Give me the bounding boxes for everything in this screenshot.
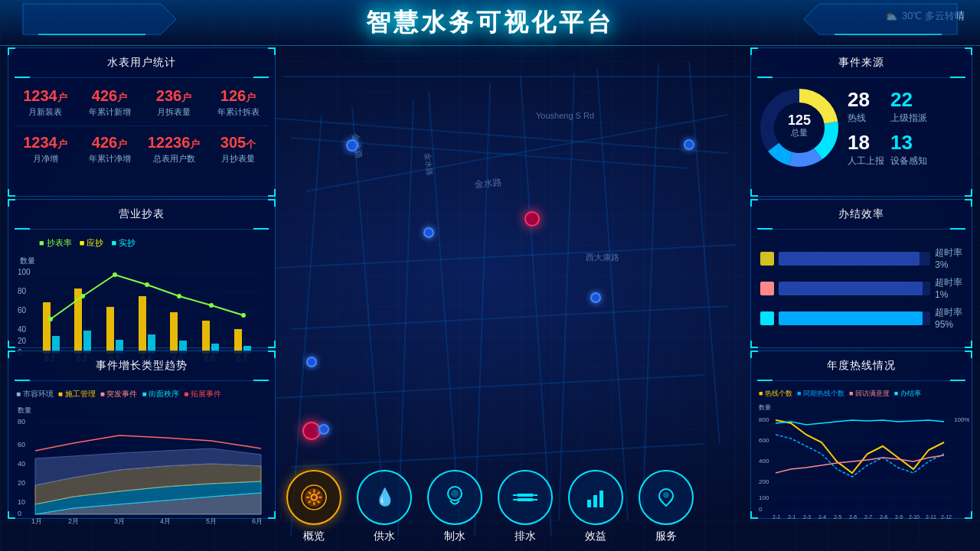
event-trend-panel: 事件增长类型趋势 ■ 市容环境 ■ 施工管理 ■ 突发事件 ■ 街面秩序 ■ 拓… xyxy=(8,350,276,519)
bar-track-1 xyxy=(779,252,930,266)
svg-text:2-3: 2-3 xyxy=(803,514,811,520)
svg-text:20: 20 xyxy=(18,479,25,487)
svg-text:数量: 数量 xyxy=(20,256,35,265)
page-title: 智慧水务可视化平台 xyxy=(366,6,614,40)
meter-value-0: 1234户 xyxy=(16,87,74,105)
svg-point-58 xyxy=(177,294,181,298)
svg-text:100: 100 xyxy=(18,268,31,276)
svg-text:2-8: 2-8 xyxy=(880,514,887,520)
svg-rect-42 xyxy=(106,307,114,354)
bar-row-2: 超时率1% xyxy=(760,276,962,300)
business-chart-area: ■ 抄表率 ■ 应抄 ■ 实抄 数量 100 80 60 40 20 0 xyxy=(15,234,269,369)
svg-text:6月: 6月 xyxy=(252,517,263,525)
legend-jiemian: ■ 街面秩序 xyxy=(142,389,179,399)
svg-marker-25 xyxy=(804,4,957,34)
svg-text:2月: 2月 xyxy=(68,517,79,525)
svg-point-60 xyxy=(241,313,246,318)
svg-point-129 xyxy=(451,490,459,497)
svg-text:1月: 1月 xyxy=(31,517,42,525)
meter-cell-6: 12236户 总表用户数 xyxy=(143,132,204,166)
svg-rect-132 xyxy=(587,500,591,507)
business-panel: 营业抄表 ■ 抄表率 ■ 应抄 ■ 实抄 数量 100 80 60 40 20 … xyxy=(8,199,276,348)
legend-shichao: ■ 实抄 xyxy=(111,237,136,249)
svg-rect-134 xyxy=(599,491,603,507)
svg-text:2-11: 2-11 xyxy=(926,514,936,520)
hotline-chart-area: ■ 热线个数 ■ 同期热线个数 ■ 回访满意度 ■ 办结率 数量 800 600… xyxy=(757,386,965,540)
meter-label-2: 月拆表量 xyxy=(145,106,203,118)
meter-value-5: 426户 xyxy=(80,134,139,152)
svg-text:4月: 4月 xyxy=(160,517,171,525)
benefit-icon xyxy=(581,483,610,512)
svg-text:总量: 总量 xyxy=(790,128,808,137)
svg-text:💧: 💧 xyxy=(374,487,396,507)
office-efficiency-panel: 办结效率 超时率3% 超时率1% 超时率95% xyxy=(750,199,972,348)
legend-shigong: ■ 施工管理 xyxy=(58,389,96,399)
legend-completion: ■ 办结率 xyxy=(894,389,921,399)
meter-label-4: 月净增 xyxy=(16,153,74,165)
meter-label-0: 月新装表 xyxy=(16,106,74,118)
svg-rect-131 xyxy=(517,498,534,501)
header-deco-left xyxy=(23,4,176,42)
event-trend-title: 事件增长类型趋势 xyxy=(96,357,188,377)
drain-icon xyxy=(511,483,540,512)
meter-cell-3: 126户 年累计拆表 xyxy=(207,86,269,119)
bar-label-2: 超时率1% xyxy=(935,276,962,300)
nav-item-overview[interactable]: 🔆 概览 xyxy=(286,470,341,543)
meter-value-2: 236户 xyxy=(145,87,203,105)
nav-item-supply[interactable]: 💧 供水 xyxy=(357,470,412,543)
bar-track-3 xyxy=(779,311,930,325)
nav-item-treat[interactable]: 制水 xyxy=(427,470,482,543)
svg-text:2-7: 2-7 xyxy=(864,514,872,520)
svg-text:40: 40 xyxy=(18,325,27,334)
svg-text:60: 60 xyxy=(18,441,25,448)
nav-label-service: 服务 xyxy=(655,530,677,543)
svg-marker-23 xyxy=(23,4,176,34)
map-dot-8 xyxy=(318,424,329,435)
nav-item-drain[interactable]: 排水 xyxy=(498,470,553,543)
water-meter-grid-2: 1234户 月净增 426户 年累计净增 12236户 总表用户数 305个 月… xyxy=(15,129,269,169)
meter-cell-5: 426户 年累计净增 xyxy=(79,132,140,166)
event-trend-title-bar: 事件增长类型趋势 xyxy=(15,357,269,381)
donut-svg: 125 总量 xyxy=(757,86,841,170)
overview-icon: 🔆 xyxy=(299,483,328,512)
nav-label-treat: 制水 xyxy=(444,530,466,543)
stat-superior-label: 上级指派 xyxy=(890,112,927,125)
nav-circle-overview: 🔆 xyxy=(286,470,341,525)
svg-rect-130 xyxy=(517,494,534,497)
nav-label-overview: 概览 xyxy=(303,530,325,543)
meter-value-4: 1234户 xyxy=(16,134,74,152)
stat-hotline-value: 28 xyxy=(848,88,884,112)
nav-item-service[interactable]: 服务 xyxy=(639,470,694,543)
meter-value-1: 426户 xyxy=(80,87,139,105)
svg-text:60: 60 xyxy=(18,306,27,315)
svg-text:2-1: 2-1 xyxy=(773,514,780,520)
hotline-title: 年度热线情况 xyxy=(827,357,896,377)
nav-item-benefit[interactable]: 效益 xyxy=(568,470,623,543)
treat-icon xyxy=(440,483,469,512)
business-title: 营业抄表 xyxy=(119,206,165,226)
svg-point-59 xyxy=(209,303,214,308)
water-meter-title-bar: 水表用户统计 xyxy=(15,54,269,78)
svg-text:5月: 5月 xyxy=(206,517,217,525)
svg-rect-133 xyxy=(593,495,597,507)
svg-text:400: 400 xyxy=(759,458,769,465)
office-title-bar: 办结效率 xyxy=(757,206,965,230)
legend-hotline-count: ■ 热线个数 xyxy=(759,389,792,399)
bar-color-3 xyxy=(760,311,774,325)
nav-label-drain: 排水 xyxy=(514,530,536,543)
svg-text:3月: 3月 xyxy=(114,517,125,525)
map-dot-4 xyxy=(590,292,601,303)
legend-shiron: ■ 市容环境 xyxy=(16,389,54,399)
hotline-svg: 数量 800 600 400 200 100 0 100% xyxy=(759,400,965,534)
bar-label-1: 超时率3% xyxy=(935,246,962,270)
event-trend-legend: ■ 市容环境 ■ 施工管理 ■ 突发事件 ■ 街面秩序 ■ 拓展事件 xyxy=(16,389,267,399)
svg-text:2-1: 2-1 xyxy=(788,514,795,520)
business-legend: ■ 抄表率 ■ 应抄 ■ 实抄 xyxy=(16,237,267,249)
hotline-title-bar: 年度热线情况 xyxy=(757,357,965,381)
svg-text:80: 80 xyxy=(18,287,27,295)
map-dot-6 xyxy=(306,357,317,367)
bottom-nav: 🔆 概览 💧 供水 制水 xyxy=(286,470,694,543)
stat-hotline: 28 热线 xyxy=(848,88,884,125)
water-meter-grid: 1234户 月新装表 426户 年累计新增 236户 月拆表量 126户 年累计… xyxy=(15,83,269,122)
svg-point-56 xyxy=(113,272,117,277)
